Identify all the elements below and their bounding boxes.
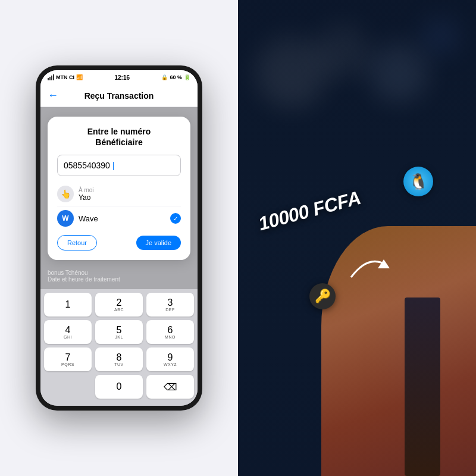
keypad-row: 12ABC3DEF (44, 293, 194, 317)
nav-title: Reçu Transaction (63, 91, 175, 101)
key-7[interactable]: 7PQRS (44, 347, 92, 371)
modal-card: Entre le numéro Bénéficiaire 0585540390 … (48, 117, 190, 260)
battery-icon: 🔋 (184, 74, 190, 80)
tool-badge: 🔑 (309, 283, 336, 309)
nav-bar: ← Reçu Transaction (40, 84, 198, 107)
key-9[interactable]: 9WXYZ (146, 347, 194, 371)
penguin-badge: 🐧 (403, 167, 433, 196)
key-3[interactable]: 3DEF (146, 293, 194, 317)
status-right: 🔒 60 % 🔋 (161, 74, 190, 80)
lock-icon: 🔒 (161, 74, 168, 80)
keypad: 12ABC3DEF4GHI5JKL6MNO7PQRS8TUV9WXYZ0⌫ (40, 289, 198, 406)
battery-text: 60 % (170, 74, 182, 80)
bg-text2: Date et heure de traitement (48, 276, 190, 283)
contact-info: À moi Yao (79, 187, 181, 202)
phone-in-hand (405, 298, 440, 476)
keypad-row: 7PQRS8TUV9WXYZ (44, 347, 194, 371)
key-empty (44, 375, 92, 399)
right-panel: 10000 FCFA 🐧 🔑 (238, 0, 476, 476)
bg-content: bonus Tchénou Date et heure de traitemen… (40, 265, 198, 287)
contact-name: Yao (79, 193, 181, 202)
wave-row[interactable]: W Wave ✓ (57, 206, 181, 230)
status-bar: MTN CI 📶 12:16 🔒 60 % 🔋 (40, 70, 198, 84)
confirm-button[interactable]: Je valide (136, 236, 181, 250)
tool-emoji: 🔑 (315, 289, 331, 304)
bg-text1: bonus Tchénou (48, 270, 190, 276)
penguin-emoji: 🐧 (409, 173, 428, 191)
key-8[interactable]: 8TUV (95, 347, 143, 371)
svg-marker-0 (378, 259, 390, 268)
key-4[interactable]: 4GHI (44, 320, 92, 344)
wave-label: Wave (79, 214, 170, 223)
checkmark-icon: ✓ (170, 213, 181, 224)
modal-title: Entre le numéro Bénéficiaire (57, 126, 181, 148)
wave-icon: W (57, 210, 74, 227)
back-button-modal[interactable]: Retour (57, 235, 97, 250)
wifi-icon: 📶 (76, 74, 83, 80)
fingerprint-icon: 👆 (57, 186, 74, 202)
input-value: 0585540390 (64, 161, 110, 170)
person-silhouette (321, 226, 476, 476)
signal-bars (48, 74, 54, 80)
phone-input[interactable]: 0585540390 (57, 155, 181, 176)
phone-screen: MTN CI 📶 12:16 🔒 60 % 🔋 ← Reçu Transacti… (40, 70, 198, 406)
key-6[interactable]: 6MNO (146, 320, 194, 344)
phone-device: MTN CI 📶 12:16 🔒 60 % 🔋 ← Reçu Transacti… (36, 65, 202, 411)
contact-row-me[interactable]: 👆 À moi Yao (57, 182, 181, 206)
keypad-row: 0⌫ (44, 375, 194, 399)
time-display: 12:16 (114, 74, 130, 81)
key-delete[interactable]: ⌫ (146, 375, 194, 399)
keypad-row: 4GHI5JKL6MNO (44, 320, 194, 344)
status-left: MTN CI 📶 (48, 74, 83, 80)
arc-arrow (345, 248, 393, 283)
contact-label: À moi (79, 187, 181, 193)
carrier-text: MTN CI (56, 74, 74, 80)
key-0[interactable]: 0 (95, 375, 143, 399)
modal-overlay: Entre le numéro Bénéficiaire 0585540390 … (40, 107, 198, 406)
back-button[interactable]: ← (48, 89, 58, 102)
left-panel: MTN CI 📶 12:16 🔒 60 % 🔋 ← Reçu Transacti… (0, 0, 238, 476)
key-2[interactable]: 2ABC (95, 293, 143, 317)
text-cursor (113, 162, 114, 170)
key-5[interactable]: 5JKL (95, 320, 143, 344)
button-row: Retour Je valide (57, 235, 181, 250)
key-1[interactable]: 1 (44, 293, 92, 317)
